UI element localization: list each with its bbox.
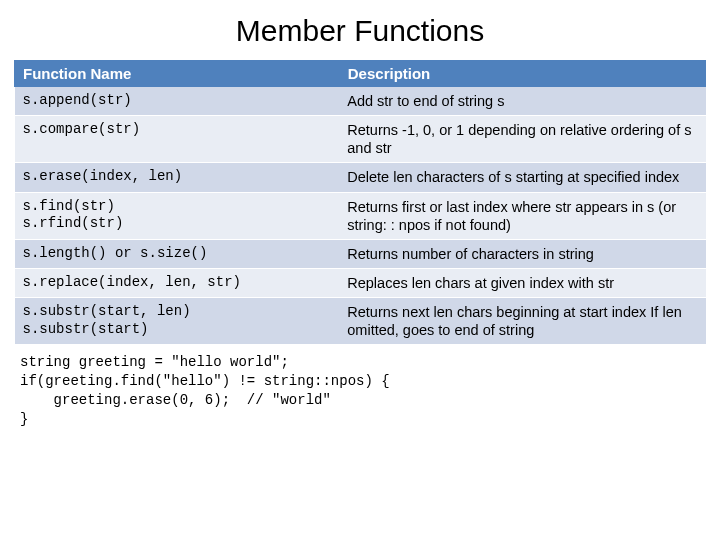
desc-cell: Returns number of characters in string [339, 239, 705, 268]
fn-cell: s.find(str) s.rfind(str) [15, 192, 340, 239]
table-row: s.length() or s.size() Returns number of… [15, 239, 706, 268]
fn-cell: s.append(str) [15, 87, 340, 116]
desc-cell: Returns -1, 0, or 1 depending on relativ… [339, 116, 705, 163]
desc-cell: Returns next len chars beginning at star… [339, 298, 705, 345]
table-header-row: Function Name Description [15, 61, 706, 87]
fn-cell: s.replace(index, len, str) [15, 268, 340, 297]
header-function-name: Function Name [15, 61, 340, 87]
table-row: s.erase(index, len) Delete len character… [15, 163, 706, 192]
table-row: s.replace(index, len, str) Replaces len … [15, 268, 706, 297]
table-row: s.find(str) s.rfind(str) Returns first o… [15, 192, 706, 239]
table-row: s.append(str) Add str to end of string s [15, 87, 706, 116]
fn-cell: s.length() or s.size() [15, 239, 340, 268]
fn-cell: s.compare(str) [15, 116, 340, 163]
header-description: Description [339, 61, 705, 87]
desc-cell: Add str to end of string s [339, 87, 705, 116]
table-row: s.compare(str) Returns -1, 0, or 1 depen… [15, 116, 706, 163]
fn-cell: s.erase(index, len) [15, 163, 340, 192]
desc-cell: Replaces len chars at given index with s… [339, 268, 705, 297]
functions-table: Function Name Description s.append(str) … [14, 60, 706, 345]
desc-cell: Returns first or last index where str ap… [339, 192, 705, 239]
table-row: s.substr(start, len) s.substr(start) Ret… [15, 298, 706, 345]
code-sample: string greeting = "hello world"; if(gree… [14, 345, 706, 429]
desc-cell: Delete len characters of s starting at s… [339, 163, 705, 192]
fn-cell: s.substr(start, len) s.substr(start) [15, 298, 340, 345]
page-title: Member Functions [14, 14, 706, 48]
